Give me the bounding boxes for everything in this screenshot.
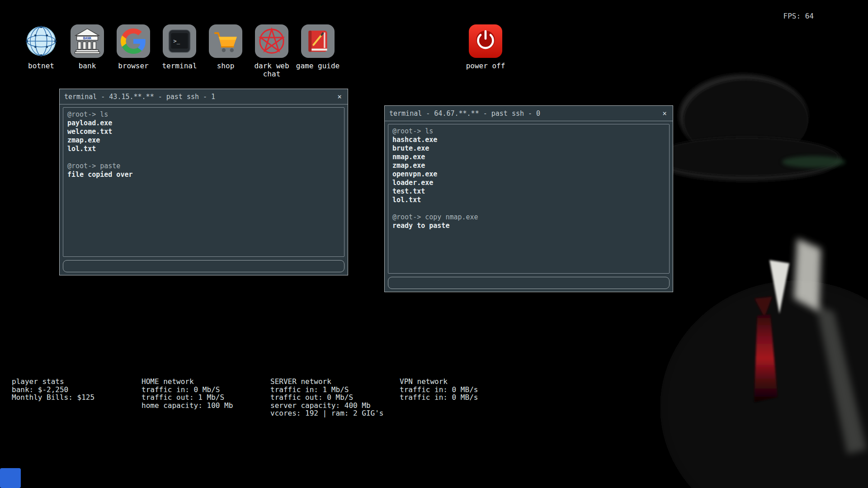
terminal-line: zmap.exe	[392, 161, 665, 170]
app-label: botnet	[28, 62, 54, 70]
panel-lines: traffic in: 0 Mb/Straffic out: 1 Mb/Shom…	[142, 386, 233, 410]
fps-counter: FPS: 64	[783, 12, 814, 20]
terminal-line: payload.exe	[67, 119, 340, 128]
terminal-line: @root-> copy nmap.exe	[392, 213, 665, 222]
player-stats-panel: player stats bank: $-2,250Monthly Bills:…	[12, 378, 94, 402]
app-dark-web-chat[interactable]: dark web chat	[249, 24, 295, 78]
terminal-command-input[interactable]	[63, 260, 344, 272]
game-desktop: FPS: 64 botnet	[0, 0, 868, 488]
shopping-cart-icon	[209, 24, 242, 58]
brim-green-glint	[782, 156, 845, 168]
terminal-line	[67, 153, 340, 162]
panel-lines: traffic in: 0 MB/straffic in: 0 MB/s	[400, 386, 478, 402]
terminal-line: lol.txt	[67, 145, 340, 153]
power-off-button[interactable]: power off	[462, 24, 509, 70]
stat-line: home capacity: 100 Mb	[142, 402, 233, 410]
app-browser[interactable]: browser	[110, 24, 156, 78]
stat-line: Monthly Bills: $125	[12, 393, 94, 402]
pentagram-icon	[255, 24, 288, 58]
stat-line: server capacity: 400 Mb	[270, 402, 383, 410]
terminal-line: @root-> paste	[67, 162, 340, 171]
terminal-line: welcome.txt	[67, 128, 340, 136]
terminal-line: @root-> ls	[392, 127, 665, 136]
window-titlebar[interactable]: terminal - 43.15.**.** - past ssh - 1 ×	[60, 89, 348, 104]
terminal-line	[392, 204, 665, 213]
app-label: browser	[118, 62, 148, 70]
app-botnet[interactable]: botnet	[18, 24, 64, 78]
app-label: game guide	[296, 62, 340, 70]
app-game-guide[interactable]: game guide	[295, 24, 341, 78]
terminal-line: nmap.exe	[392, 153, 665, 161]
terminal-line: zmap.exe	[67, 136, 340, 145]
app-terminal[interactable]: >_ terminal	[156, 24, 203, 78]
stat-line: traffic in: 1 Mb/S	[270, 386, 383, 394]
terminal-line: brute.exe	[392, 144, 665, 153]
terminal-line: file copied over	[67, 171, 340, 179]
stat-line: traffic out: 1 Mb/S	[142, 393, 233, 402]
stat-line: traffic in: 0 MB/s	[400, 393, 478, 402]
bank-building-icon: BANK	[71, 24, 104, 58]
app-label: power off	[466, 62, 505, 70]
terminal-line: ready to paste	[392, 222, 665, 230]
stat-line: traffic in: 0 Mb/S	[142, 386, 233, 394]
terminal-window-2: terminal - 64.67.**.** - past ssh - 0 × …	[384, 105, 673, 292]
terminal-line: loader.exe	[392, 179, 665, 187]
terminal-line: openvpn.exe	[392, 170, 665, 179]
panel-lines: bank: $-2,250Monthly Bills: $125	[12, 386, 94, 402]
window-title: terminal - 43.15.**.** - past ssh - 1	[64, 93, 215, 101]
window-title: terminal - 64.67.**.** - past ssh - 0	[389, 109, 540, 118]
panel-title: HOME network	[142, 378, 233, 386]
close-icon[interactable]: ×	[661, 109, 668, 118]
app-label: terminal	[162, 62, 197, 70]
panel-title: player stats	[12, 378, 94, 386]
terminal-line: test.txt	[392, 187, 665, 196]
stat-line: bank: $-2,250	[12, 386, 94, 394]
bank-sign-text: BANK	[83, 36, 92, 40]
panel-title: VPN network	[400, 378, 478, 386]
app-label: shop	[217, 62, 235, 70]
panel-title: SERVER network	[270, 378, 383, 386]
terminal-line: @root-> ls	[67, 110, 340, 119]
terminal-line: lol.txt	[392, 196, 665, 204]
game-guide-book-icon	[301, 24, 335, 58]
terminal-output: @root-> lspayload.exewelcome.txtzmap.exe…	[63, 107, 344, 257]
terminal-prompt-icon: >_	[163, 24, 196, 58]
home-network-panel: HOME network traffic in: 0 Mb/Straffic o…	[142, 378, 233, 409]
stat-line: vcores: 192 | ram: 2 GIG's	[270, 409, 383, 417]
panel-lines: traffic in: 1 Mb/Straffic out: 0 Mb/Sser…	[270, 386, 383, 417]
app-label: dark web chat	[249, 62, 294, 78]
close-icon[interactable]: ×	[336, 92, 343, 101]
power-icon	[469, 24, 502, 58]
google-g-icon	[117, 24, 150, 58]
terminal-command-input[interactable]	[388, 277, 670, 289]
terminal-line: hashcat.exe	[392, 136, 665, 144]
app-dock: botnet BANK bank	[18, 24, 341, 78]
app-bank[interactable]: BANK bank	[64, 24, 110, 78]
terminal-window-1: terminal - 43.15.**.** - past ssh - 1 × …	[59, 89, 348, 275]
terminal-output: @root-> lshashcat.exebrute.exenmap.exezm…	[388, 124, 670, 274]
vpn-network-panel: VPN network traffic in: 0 MB/straffic in…	[400, 378, 478, 402]
terminal-icon-text: >_	[173, 38, 180, 44]
app-shop[interactable]: shop	[203, 24, 249, 78]
stat-line: traffic out: 0 Mb/S	[270, 393, 383, 402]
window-titlebar[interactable]: terminal - 64.67.**.** - past ssh - 0 ×	[385, 106, 673, 121]
globe-network-icon	[24, 24, 58, 58]
taskbar-tile[interactable]	[0, 468, 21, 488]
server-network-panel: SERVER network traffic in: 1 Mb/Straffic…	[270, 378, 383, 417]
stat-line: traffic in: 0 MB/s	[400, 386, 478, 394]
app-label: bank	[79, 62, 96, 70]
